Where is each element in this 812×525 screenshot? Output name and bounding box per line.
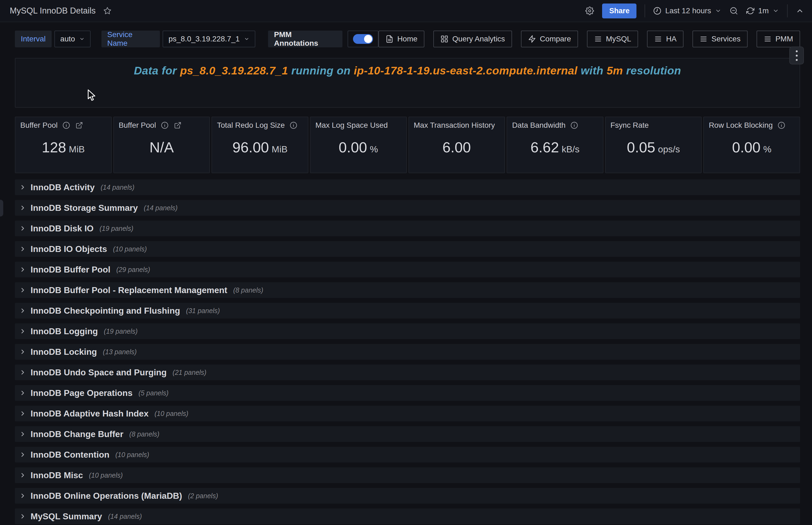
left-edge-scroll-indicator [0, 200, 3, 216]
nav-link-button[interactable]: Compare [521, 31, 578, 47]
service-name-dropdown[interactable]: ps_8.0_3.19.228.7_1 [163, 31, 255, 47]
stat-unit: % [370, 144, 378, 154]
collapsible-row[interactable]: InnoDB Change Buffer (8 panels) [15, 426, 800, 442]
collapsible-row[interactable]: InnoDB Disk IO (19 panels) [15, 221, 800, 236]
refresh-interval-label: 1m [758, 6, 769, 15]
nav-button-label: Compare [540, 35, 571, 43]
divider [645, 4, 645, 17]
banner-segment: ip-10-178-1-19.us-east-2.compute.interna… [354, 64, 578, 77]
collapsible-row[interactable]: InnoDB Adaptive Hash Index (10 panels) [15, 406, 800, 421]
collapsible-row[interactable]: InnoDB Misc (10 panels) [15, 467, 800, 483]
row-title: InnoDB Adaptive Hash Index [31, 409, 149, 419]
nav-link-button[interactable]: PMM [756, 31, 800, 47]
row-panel-count: (14 panels) [144, 204, 178, 212]
service-name-value: ps_8.0_3.19.228.7_1 [169, 35, 240, 43]
menu-icon [764, 35, 772, 43]
collapsible-row[interactable]: InnoDB IO Objects (10 panels) [15, 241, 800, 257]
pmm-annotations-label: PMM Annotations [268, 31, 342, 47]
collapse-caret-up-icon[interactable] [796, 7, 804, 15]
chevron-right-icon [19, 184, 26, 191]
banner-segment: with [578, 64, 607, 77]
share-button[interactable]: Share [602, 3, 637, 18]
chevron-right-icon [19, 328, 26, 335]
interval-label: Interval [15, 31, 52, 47]
info-icon[interactable] [778, 121, 785, 129]
chevron-right-icon [19, 307, 26, 314]
info-icon[interactable] [62, 121, 70, 129]
chevron-down-icon [715, 7, 721, 14]
row-title: InnoDB Misc [31, 470, 83, 480]
collapsible-row[interactable]: MySQL Summary (14 panels) [15, 509, 800, 524]
chevron-down-icon [772, 7, 779, 14]
chevron-right-icon [19, 369, 26, 376]
row-title: InnoDB Activity [31, 182, 95, 192]
row-title: InnoDB IO Objects [31, 244, 107, 254]
pmm-annotations-toggle[interactable] [348, 31, 379, 47]
refresh-controls[interactable]: 1m [746, 6, 779, 15]
info-icon[interactable] [290, 121, 297, 129]
menu-icon [594, 35, 602, 43]
stat-unit: % [763, 144, 771, 154]
info-icon[interactable] [570, 121, 578, 129]
stat-unit: kB/s [562, 144, 579, 154]
collapsible-row[interactable]: InnoDB Storage Summary (14 panels) [15, 200, 800, 216]
chevron-right-icon [19, 410, 26, 417]
service-name-label: Service Name [102, 31, 160, 47]
collapsible-row[interactable]: InnoDB Contention (10 panels) [15, 447, 800, 463]
row-panel-count: (19 panels) [99, 225, 133, 232]
nav-button-label: HA [666, 35, 676, 43]
nav-link-button[interactable]: HA [647, 31, 684, 47]
top-nav-bar: MySQL InnoDB Details Share Last 12 hours [0, 0, 812, 22]
collapsible-row[interactable]: InnoDB Online Operations (MariaDB) (2 pa… [15, 488, 800, 504]
time-range-label: Last 12 hours [665, 6, 711, 15]
row-panel-count: (10 panels) [113, 245, 147, 253]
chevron-right-icon [19, 204, 26, 211]
time-range-picker[interactable]: Last 12 hours [653, 6, 721, 15]
chevron-right-icon [19, 472, 26, 479]
zoom-out-icon[interactable] [730, 6, 738, 15]
panel-menu-kebab-icon[interactable] [789, 47, 804, 64]
interval-dropdown[interactable]: auto [55, 31, 91, 47]
collapsible-row[interactable]: InnoDB Undo Space and Purging (21 panels… [15, 364, 800, 380]
dashboard-title: MySQL InnoDB Details [10, 6, 96, 16]
stat-value: N/A [149, 139, 174, 155]
stat-panel-title: Max Transaction History [414, 121, 495, 130]
banner-segment: ps_8.0_3.19.228.7_1 [180, 64, 288, 77]
collapsible-row[interactable]: InnoDB Buffer Pool - Replacement Managem… [15, 282, 800, 298]
chevron-right-icon [19, 389, 26, 396]
info-icon[interactable] [161, 121, 169, 129]
collapsible-row[interactable]: InnoDB Activity (14 panels) [15, 179, 800, 195]
nav-link-button[interactable]: MySQL [587, 31, 638, 47]
favorite-star-icon[interactable] [103, 7, 111, 15]
chevron-right-icon [19, 513, 26, 520]
external-link-icon[interactable] [174, 121, 182, 129]
chevron-right-icon [19, 287, 26, 294]
chevron-right-icon [19, 348, 26, 355]
nav-link-button[interactable]: Query Analytics [433, 31, 512, 47]
collapsible-row[interactable]: InnoDB Checkpointing and Flushing (31 pa… [15, 303, 800, 318]
settings-gear-icon[interactable] [585, 6, 594, 15]
chevron-right-icon [19, 431, 26, 438]
stat-panel-title: Fsync Rate [611, 121, 649, 130]
chevron-right-icon [19, 245, 26, 253]
banner-segment: Data for [134, 64, 180, 77]
stat-unit: MiB [272, 144, 288, 154]
stat-panel: Row Lock Blocking 0.00 % [703, 117, 800, 173]
collapsible-row[interactable]: InnoDB Logging (19 panels) [15, 324, 800, 339]
collapsible-row[interactable]: InnoDB Page Operations (5 panels) [15, 385, 800, 401]
external-link-icon[interactable] [75, 121, 83, 129]
stat-panel-title: Max Log Space Used [316, 121, 388, 130]
nav-link-button[interactable]: Home [379, 31, 425, 47]
collapsible-row[interactable]: InnoDB Buffer Pool (29 panels) [15, 262, 800, 278]
row-title: InnoDB Locking [31, 347, 97, 357]
nav-link-button[interactable]: Services [692, 31, 747, 47]
chevron-right-icon [19, 225, 26, 232]
collapsible-row[interactable]: InnoDB Locking (13 panels) [15, 344, 800, 360]
row-title: InnoDB Logging [31, 326, 98, 336]
row-panel-count: (14 panels) [101, 183, 135, 191]
nav-button-label: Home [397, 35, 418, 43]
stat-unit: ops/s [658, 144, 680, 154]
nav-button-label: Query Analytics [452, 35, 505, 43]
stat-panel-icons [570, 121, 578, 129]
row-panel-count: (5 panels) [138, 389, 169, 397]
